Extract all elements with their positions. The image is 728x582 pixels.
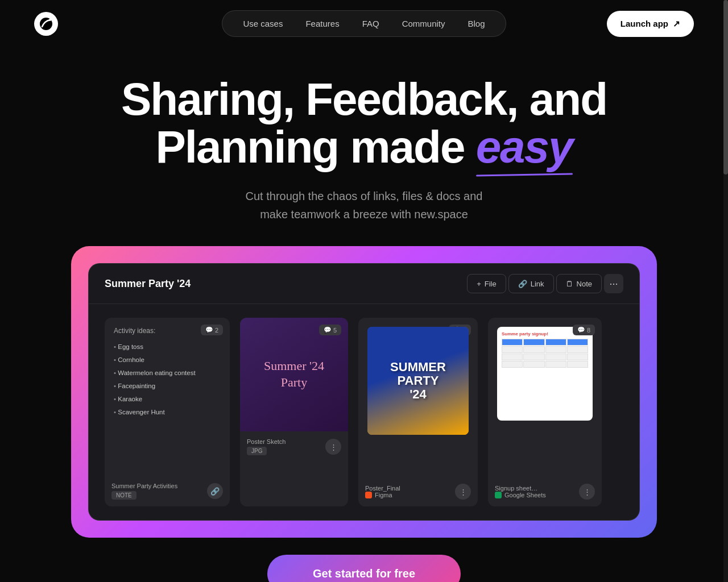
list-item: Scavenger Hunt (114, 406, 221, 419)
sheet-cell (567, 361, 588, 368)
hero-sub-line2: make teamwork a breeze with new.space (260, 208, 468, 221)
note-link-button[interactable]: 🔗 (207, 483, 223, 499)
file-icon: + (477, 280, 481, 288)
app-title: Summer Party '24 (105, 278, 191, 290)
poster-sketch-card: 💬 5 Summer '24Party Poster Sketch JPG ⋮ (240, 318, 348, 506)
scrollbar-thumb (723, 0, 728, 174)
figma-source: Figma (365, 492, 400, 498)
sketch-footer-title: Poster Sketch (247, 438, 286, 445)
sketch-footer-tag: JPG (247, 447, 267, 455)
list-item: Egg toss (114, 340, 221, 354)
sheet-cell (523, 339, 544, 346)
list-item: Facepainting (114, 380, 221, 393)
note-card-footer: Summer Party Activities NOTE 🔗 (111, 483, 223, 500)
comment-icon: 💬 (324, 326, 332, 334)
link-action-button[interactable]: 🔗 Link (508, 274, 554, 293)
sheet-cell (567, 346, 588, 353)
sheet-grid (502, 339, 588, 368)
app-content: 💬 2 Activity ideas: Egg toss Cornhole Wa… (89, 304, 639, 520)
figma-card: 💬 3 SUMMERPARTY'24 Poster_Final Figma (358, 318, 478, 506)
sheet-cell (523, 361, 544, 368)
sheet-cell (502, 346, 523, 353)
note-badge: 💬 2 (201, 325, 223, 335)
figma-dot (365, 492, 372, 498)
more-options-button[interactable]: ··· (604, 274, 623, 293)
sketch-more-button[interactable]: ⋮ (325, 439, 341, 455)
more-icon: ⋮ (330, 443, 337, 451)
nav-faq[interactable]: FAQ (362, 19, 379, 28)
note-list: Egg toss Cornhole Watermelon eating cont… (114, 340, 221, 419)
logo-icon (34, 12, 58, 36)
app-header: Summer Party '24 + File 🔗 Link 🗒 Note ··… (89, 264, 639, 304)
sketch-footer-info: Poster Sketch JPG (247, 438, 286, 455)
link-icon: 🔗 (518, 280, 527, 288)
file-label: File (485, 280, 497, 288)
sheet-cell (502, 361, 523, 368)
app-preview-container: Summer Party '24 + File 🔗 Link 🗒 Note ··… (88, 263, 640, 521)
logo[interactable] (34, 12, 58, 36)
hero-subtext: Cut through the chaos of links, files & … (0, 187, 728, 223)
hero-sub-line1: Cut through the chaos of links, files & … (246, 190, 483, 202)
figma-footer-info: Poster_Final Figma (365, 485, 400, 498)
svg-point-1 (49, 19, 51, 21)
sheets-card: 💬 8 Summe party signup! (488, 318, 602, 506)
note-footer-tag: NOTE (111, 491, 136, 500)
nav-blog[interactable]: Blog (468, 19, 485, 28)
sketch-footer: Poster Sketch JPG ⋮ (240, 431, 348, 462)
sheets-more-button[interactable]: ⋮ (579, 484, 595, 500)
sheets-card-footer: Signup sheet… Google Sheets ⋮ (495, 484, 595, 500)
figma-footer-title: Poster_Final (365, 485, 400, 492)
headline-line1: Sharing, Feedback, and (121, 74, 607, 124)
poster-text: SUMMERPARTY'24 (390, 360, 446, 402)
sheet-cell (567, 339, 588, 346)
sheets-footer-info: Signup sheet… Google Sheets (495, 485, 546, 498)
note-label: Note (577, 280, 592, 288)
sheets-footer-title: Signup sheet… (495, 485, 546, 492)
sheet-cell (545, 361, 566, 368)
note-action-button[interactable]: 🗒 Note (556, 274, 602, 293)
nav-features[interactable]: Features (305, 19, 339, 28)
comment-icon: 💬 (205, 326, 213, 334)
hero-section: Sharing, Feedback, and Planning made eas… (0, 47, 728, 240)
note-card: 💬 2 Activity ideas: Egg toss Cornhole Wa… (105, 318, 230, 506)
cta-section: Get started for free No email or credit … (0, 543, 728, 582)
figma-more-button[interactable]: ⋮ (455, 484, 471, 500)
nav-community[interactable]: Community (402, 19, 445, 28)
sheets-source-label: Google Sheets (504, 492, 546, 498)
sheets-source: Google Sheets (495, 492, 546, 498)
nav-cta: Launch app ↗ (607, 11, 694, 37)
get-started-button[interactable]: Get started for free (267, 555, 461, 582)
figma-poster-image: SUMMERPARTY'24 (367, 327, 469, 435)
sketch-text: Summer '24Party (264, 358, 324, 390)
list-item: Cornhole (114, 354, 221, 367)
sketch-badge-count: 5 (333, 327, 337, 334)
sheets-badge: 💬 8 (573, 325, 595, 335)
nav-use-cases[interactable]: Use cases (243, 19, 283, 28)
app-actions: + File 🔗 Link 🗒 Note ··· (467, 274, 623, 293)
sheet-cell (545, 346, 566, 353)
more-icon: ··· (609, 278, 618, 290)
link-icon: 🔗 (210, 487, 220, 496)
figma-source-label: Figma (375, 492, 392, 498)
note-footer-info: Summer Party Activities NOTE (111, 483, 177, 500)
hero-headline: Sharing, Feedback, and Planning made eas… (108, 76, 620, 171)
sheets-dot (495, 492, 502, 498)
sheet-cell (502, 339, 523, 346)
sheet-cell (545, 339, 566, 346)
launch-app-label: Launch app (621, 19, 668, 28)
list-item: Karaoke (114, 393, 221, 406)
launch-app-button[interactable]: Launch app ↗ (607, 11, 694, 37)
headline-line2: Planning made (155, 122, 464, 172)
sketch-badge: 💬 5 (319, 325, 341, 335)
comment-icon: 💬 (577, 326, 585, 334)
sheet-cell (523, 354, 544, 360)
sheet-cell (545, 354, 566, 360)
more-icon: ⋮ (460, 488, 467, 496)
link-label: Link (531, 280, 544, 288)
sheet-cell (523, 346, 544, 353)
note-icon: 🗒 (566, 280, 573, 288)
note-footer-title: Summer Party Activities (111, 483, 177, 489)
file-action-button[interactable]: + File (467, 274, 506, 293)
more-icon: ⋮ (584, 488, 591, 496)
note-badge-count: 2 (215, 327, 218, 334)
